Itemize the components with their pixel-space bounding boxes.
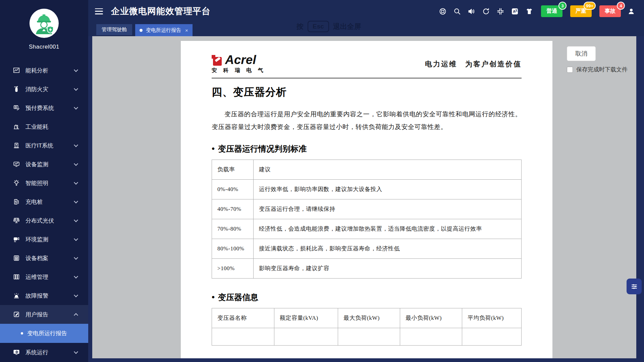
report-section-title: 四、变压器分析 [212, 85, 522, 99]
chevron-down-icon [74, 68, 78, 72]
avatar [30, 9, 59, 38]
sidebar-item-system-run[interactable]: 系统运行 [0, 343, 88, 362]
sliders-icon [630, 283, 638, 291]
sidebar-item-fire-safety[interactable]: 消防火灾 [0, 80, 88, 99]
cell-advice: 经济性低，会造成电能浪费，建议增加散热装置，适当降低电流密度，以提高运行效率 [254, 219, 522, 239]
table-header-row: 变压器名称 额定容量(kVA) 最大负荷(kW) 最小负荷(kW) 平均负荷(k… [212, 308, 522, 328]
active-subitem-dot [21, 332, 23, 335]
archive-box-icon [13, 254, 20, 262]
chevron-down-icon [74, 180, 78, 185]
sidebar-item-charging-pile[interactable]: 充电桩 [0, 192, 88, 211]
criteria-heading-text: 变压器运行情况判别标准 [218, 143, 307, 154]
search-icon[interactable] [453, 7, 461, 15]
lightbulb-icon [13, 179, 20, 187]
main-area: Acrel 安 科 瑞 电 气 电力运维 为客户创造价值 四、变压器分析 变压器… [88, 36, 644, 362]
sidebar-item-device-monitoring[interactable]: 设备监测 [0, 155, 88, 174]
chevron-down-icon [74, 237, 78, 241]
download-option-row: 保存完成时下载文件 [567, 66, 628, 73]
alarm-normal-count-badge: 3 [558, 2, 567, 10]
translate-icon[interactable]: A文 [511, 7, 519, 15]
sidebar-item-label: 医疗IT系统 [25, 142, 53, 149]
folders-icon [13, 273, 20, 281]
monitor-chart-icon [13, 161, 20, 168]
sidebar-item-smart-lighting[interactable]: 智能照明 [0, 174, 88, 192]
sidebar-item-industrial-energy[interactable]: 工业能耗 [0, 117, 88, 136]
alarm-severe-count-badge: 99+ [584, 2, 596, 10]
exit-fullscreen-icon[interactable] [496, 7, 504, 15]
alarm-accident-count-badge: 4 [617, 2, 625, 10]
sidebar-item-fault-alarm[interactable]: 故障报警 [0, 286, 88, 305]
sidebar-item-environment-monitoring[interactable]: 环境监测 [0, 230, 88, 249]
acrel-logo: Acrel 安 科 瑞 电 气 [212, 54, 266, 74]
chevron-down-icon [74, 274, 78, 279]
sidebar-item-prepaid-system[interactable]: 预付费系统 [0, 99, 88, 117]
cancel-button[interactable]: 取消 [567, 46, 596, 61]
alarm-severe-button[interactable]: 严重 99+ [570, 5, 592, 17]
col-header: 负载率 [212, 160, 254, 180]
sidebar-item-medical-it[interactable]: 医疗IT系统 [0, 136, 88, 155]
alarm-normal-label: 普通 [546, 8, 557, 15]
header-rule [212, 78, 522, 78]
tab-substation-report[interactable]: 变电所运行报告 × [135, 24, 193, 37]
support-ring-icon[interactable] [439, 7, 447, 15]
tab-bar: 管理驾驶舱 变电所运行报告 × [88, 22, 644, 36]
sidebar-item-label: 工业能耗 [25, 123, 48, 131]
cell-load-rate: 40%-70% [212, 199, 254, 219]
sidebar-item-distributed-pv[interactable]: 分布式光伏 [0, 211, 88, 230]
tab-label: 管理驾驶舱 [102, 26, 127, 33]
col-header: 建议 [254, 160, 522, 180]
sidebar-item-device-archive[interactable]: 设备档案 [0, 249, 88, 267]
sidebar-item-label: 设备档案 [25, 254, 48, 262]
acrel-logo-subtext: 安 科 瑞 电 气 [212, 67, 266, 74]
sidebar-subitem-substation-report[interactable]: 变电所运行报告 [0, 324, 88, 343]
report-settings-fab[interactable] [627, 279, 642, 294]
svg-text:文: 文 [515, 9, 518, 12]
download-checkbox-label: 保存完成时下载文件 [576, 66, 628, 73]
transformer-info-table: 变压器名称 额定容量(kVA) 最大负荷(kW) 最小负荷(kW) 平均负荷(k… [212, 308, 522, 346]
app-window: Shacrel001 能耗分析 消防火灾 预付费系统 [0, 0, 644, 362]
user-profile-icon[interactable] [627, 7, 635, 15]
top-header: 企业微电网能效管理平台 A文 普通 [88, 0, 644, 22]
cell-advice: 接近满载状态，损耗比高，影响变压器寿命，经济性低 [254, 239, 522, 259]
system-gear-icon [13, 349, 20, 356]
load-criteria-table: 负载率 建议 0%-40% 运行效率低，影响功率因数，建议加大设备投入 40%-… [212, 160, 522, 279]
sidebar-item-user-reports[interactable]: 用户报告 [0, 305, 88, 324]
col-header: 变压器名称 [212, 308, 274, 328]
chevron-down-icon [74, 143, 78, 147]
transformer-info-heading: • 变压器信息 [212, 292, 522, 303]
alarm-normal-button[interactable]: 普通 3 [541, 5, 562, 17]
refresh-icon[interactable] [482, 7, 490, 15]
sidebar-item-label: 分布式光伏 [25, 217, 54, 225]
tab-close-icon[interactable]: × [185, 28, 188, 33]
prepaid-card-icon [13, 104, 20, 112]
report-page: Acrel 安 科 瑞 电 气 电力运维 为客户创造价值 四、变压器分析 变压器… [181, 41, 552, 358]
sidebar-item-label: 智能照明 [25, 179, 48, 187]
industry-icon [13, 123, 20, 130]
hamburger-menu-icon[interactable] [95, 8, 103, 14]
sidebar: Shacrel001 能耗分析 消防火灾 预付费系统 [0, 0, 88, 362]
alarm-accident-button[interactable]: 事故 4 [599, 5, 621, 17]
table-row [212, 328, 522, 346]
bullet-glyph: • [212, 144, 215, 154]
table-row: 0%-40% 运行效率低，影响功率因数，建议加大设备投入 [212, 180, 522, 199]
cell-load-rate: >100% [212, 259, 254, 279]
cell-advice: 变压器运行合理，请继续保持 [254, 199, 522, 219]
header-actions: A文 普通 3 严重 99+ 事故 4 [439, 0, 635, 22]
col-header: 最小负荷(kW) [400, 308, 462, 328]
sidebar-item-label: 系统运行 [25, 349, 48, 356]
sidebar-item-ops-management[interactable]: 运维管理 [0, 267, 88, 286]
volume-icon[interactable] [468, 7, 476, 15]
cell-load-rate: 80%-100% [212, 239, 254, 259]
sidebar-item-energy-analysis[interactable]: 能耗分析 [0, 61, 88, 80]
hospital-icon [13, 142, 20, 149]
chevron-down-icon [74, 105, 78, 110]
download-checkbox[interactable] [567, 67, 573, 73]
alarm-light-icon [13, 292, 20, 299]
fire-extinguisher-icon [13, 85, 20, 93]
tab-dashboard[interactable]: 管理驾驶舱 [96, 24, 132, 35]
chevron-down-icon [74, 218, 78, 222]
theme-tshirt-icon[interactable] [525, 7, 533, 15]
report-intro-paragraph: 变压器的合理运行是用户安全用电的重要内容之一，它影响着供电的安全可靠性和电网运行… [212, 108, 522, 133]
sidebar-item-label: 故障报警 [25, 292, 48, 300]
charging-station-icon [13, 198, 20, 205]
